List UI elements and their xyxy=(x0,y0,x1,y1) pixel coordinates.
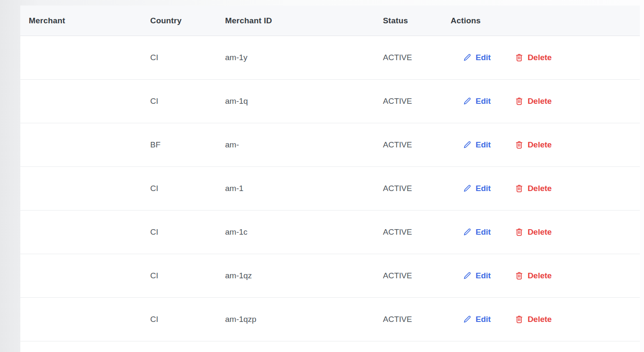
pencil-icon xyxy=(462,97,472,106)
edit-button-label: Edit xyxy=(476,184,491,193)
column-header-status: Status xyxy=(374,16,442,25)
country-cell: BF xyxy=(142,140,217,150)
status-cell: ACTIVE xyxy=(374,97,442,106)
delete-button-label: Delete xyxy=(528,184,552,193)
status-cell: ACTIVE xyxy=(374,53,442,62)
merchant-id-cell: am-1q xyxy=(217,97,374,106)
edit-button-label: Edit xyxy=(476,140,491,150)
actions-cell: Edit Delete xyxy=(442,53,640,62)
pencil-icon xyxy=(462,315,472,324)
country-cell: CI xyxy=(142,227,217,237)
table-row: CI am-1q ACTIVE Edit Delete xyxy=(20,80,640,123)
delete-button-label: Delete xyxy=(528,97,552,106)
edit-button[interactable]: Edit xyxy=(462,53,491,62)
edit-button[interactable]: Edit xyxy=(462,315,491,324)
country-cell: CI xyxy=(142,97,217,106)
merchants-table: Merchant Country Merchant ID Status Acti… xyxy=(20,6,640,352)
trash-icon xyxy=(515,184,524,193)
trash-icon xyxy=(515,140,524,150)
edit-button[interactable]: Edit xyxy=(462,227,491,237)
pencil-icon xyxy=(462,227,472,237)
column-header-actions: Actions xyxy=(442,16,640,25)
country-cell: CI xyxy=(142,184,217,193)
status-cell: ACTIVE xyxy=(374,227,442,237)
status-cell: ACTIVE xyxy=(374,140,442,150)
actions-cell: Edit Delete xyxy=(442,271,640,280)
delete-button[interactable]: Delete xyxy=(515,315,552,324)
merchant-id-cell: am-1qz xyxy=(217,271,374,280)
actions-cell: Edit Delete xyxy=(442,97,640,106)
trash-icon xyxy=(515,97,524,106)
country-cell: CI xyxy=(142,53,217,62)
column-header-merchant-id: Merchant ID xyxy=(217,16,374,25)
delete-button[interactable]: Delete xyxy=(515,184,552,193)
country-cell: CI xyxy=(142,315,217,324)
delete-button[interactable]: Delete xyxy=(515,97,552,106)
table-row: CI am-1y ACTIVE Edit Delete xyxy=(20,36,640,80)
delete-button[interactable]: Delete xyxy=(515,140,552,150)
delete-button-label: Delete xyxy=(528,227,552,237)
column-header-merchant: Merchant xyxy=(20,16,142,25)
table-header-row: Merchant Country Merchant ID Status Acti… xyxy=(20,6,640,36)
pencil-icon xyxy=(462,271,472,280)
delete-button-label: Delete xyxy=(528,315,552,324)
trash-icon xyxy=(515,53,524,62)
table-row: BF am- ACTIVE Edit Delete xyxy=(20,123,640,167)
table-row: CI am-1qzp ACTIVE Edit Delete xyxy=(20,298,640,341)
edit-button-label: Edit xyxy=(476,315,491,324)
merchant-id-cell: am-1y xyxy=(217,53,374,62)
actions-cell: Edit Delete xyxy=(442,140,640,150)
delete-button[interactable]: Delete xyxy=(515,271,552,280)
merchant-id-cell: am-1 xyxy=(217,184,374,193)
edit-button-label: Edit xyxy=(476,271,491,280)
status-cell: ACTIVE xyxy=(374,271,442,280)
edit-button[interactable]: Edit xyxy=(462,184,491,193)
actions-cell: Edit Delete xyxy=(442,227,640,237)
edit-button[interactable]: Edit xyxy=(462,97,491,106)
edit-button[interactable]: Edit xyxy=(462,140,491,150)
actions-cell: Edit Delete xyxy=(442,315,640,324)
delete-button-label: Delete xyxy=(528,53,552,62)
edit-button[interactable]: Edit xyxy=(462,271,491,280)
merchant-id-cell: am- xyxy=(217,140,374,150)
table-row: CI am-1 ACTIVE Edit Delete xyxy=(20,167,640,211)
merchant-id-cell: am-1qzp xyxy=(217,315,374,324)
status-cell: ACTIVE xyxy=(374,315,442,324)
trash-icon xyxy=(515,315,524,324)
table-row: CI am-1c ACTIVE Edit Delete xyxy=(20,211,640,254)
pencil-icon xyxy=(462,53,472,62)
delete-button[interactable]: Delete xyxy=(515,227,552,237)
trash-icon xyxy=(515,227,524,237)
table-row xyxy=(20,341,640,352)
edit-button-label: Edit xyxy=(476,97,491,106)
country-cell: CI xyxy=(142,271,217,280)
status-cell: ACTIVE xyxy=(374,184,442,193)
delete-button[interactable]: Delete xyxy=(515,53,552,62)
edit-button-label: Edit xyxy=(476,227,491,237)
pencil-icon xyxy=(462,184,472,193)
trash-icon xyxy=(515,271,524,280)
table-row: CI am-1qz ACTIVE Edit Delete xyxy=(20,254,640,298)
pencil-icon xyxy=(462,140,472,150)
actions-cell: Edit Delete xyxy=(442,184,640,193)
column-header-country: Country xyxy=(142,16,217,25)
edit-button-label: Edit xyxy=(476,53,491,62)
delete-button-label: Delete xyxy=(528,271,552,280)
delete-button-label: Delete xyxy=(528,140,552,150)
merchant-id-cell: am-1c xyxy=(217,227,374,237)
